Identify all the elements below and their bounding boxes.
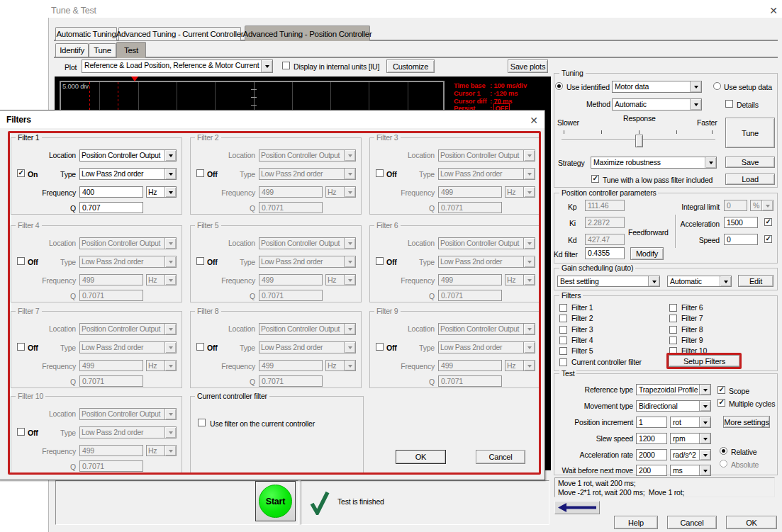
filter-checkbox-label: Filter 9 <box>681 336 703 344</box>
scope-axis-tick <box>251 105 257 106</box>
radio-dot <box>557 84 561 88</box>
wait-unit-select[interactable]: ms <box>670 465 711 476</box>
method-arrow-icon[interactable] <box>690 99 701 110</box>
speed-label: Speed <box>640 236 720 244</box>
kd-filter-field[interactable]: 0.4355 <box>585 247 625 259</box>
tuning-caption: Tuning <box>559 69 586 77</box>
display-iu-checkbox[interactable] <box>282 62 290 69</box>
move-log-line: Move 1 rot, wait 200 ms; <box>558 479 771 488</box>
start-button[interactable]: Start <box>255 481 296 521</box>
lowpass-checkbox[interactable]: ✓ <box>591 175 599 183</box>
movement-type-arrow-icon[interactable] <box>699 401 710 411</box>
slew-unit-arrow-icon[interactable] <box>699 434 710 443</box>
gain-auto-select[interactable]: Automatic <box>667 276 732 287</box>
acceleration-unit-select[interactable]: rad/s^2 <box>670 449 711 460</box>
log-scrollbar[interactable] <box>554 501 600 514</box>
filter-checkbox[interactable] <box>559 326 567 334</box>
scope-trigger-marker-icon[interactable] <box>131 77 138 81</box>
acceleration-unit-arrow-icon[interactable] <box>699 450 710 460</box>
response-slider-thumb[interactable] <box>635 135 643 147</box>
ok-button[interactable]: OK <box>726 516 777 529</box>
acceleration-checkbox[interactable]: ✓ <box>764 218 772 226</box>
gain-auto-value: Automatic <box>668 276 720 286</box>
scroll-left-arrow-icon[interactable] <box>555 502 599 514</box>
scope-checkbox[interactable]: ✓ <box>717 386 725 394</box>
movement-type-select[interactable]: Bidirectional <box>636 400 711 412</box>
tab-identify[interactable]: Identify <box>55 43 89 57</box>
integral-limit-label: Integral limit <box>640 203 720 211</box>
identified-source-arrow-icon[interactable] <box>690 81 701 92</box>
filter-checkbox[interactable] <box>559 304 567 312</box>
slew-speed-label: Slew speed <box>554 434 633 443</box>
slew-unit-select[interactable]: rpm <box>670 433 711 444</box>
main-window-close-icon[interactable]: ✕ <box>768 6 779 16</box>
relative-radio[interactable] <box>720 447 727 455</box>
details-checkbox[interactable] <box>725 100 733 108</box>
gain-auto-arrow-icon[interactable] <box>720 276 731 286</box>
tab-advanced-tuning-current[interactable]: Advanced Tuning - Current Controller <box>118 27 241 40</box>
edit-button[interactable]: Edit <box>738 275 773 287</box>
position-unit-arrow-icon[interactable] <box>699 417 710 427</box>
modify-button[interactable]: Modify <box>630 247 664 260</box>
plot-select-arrow-icon[interactable] <box>261 60 272 72</box>
filter-checkbox[interactable] <box>669 315 677 322</box>
save-button[interactable]: Save <box>725 157 775 168</box>
readout-value: 100 ms/div <box>493 81 527 89</box>
tab-automatic-tuning[interactable]: Automatic Tuning <box>55 27 117 40</box>
position-unit-select[interactable]: rot <box>670 417 711 428</box>
multiple-cycles-checkbox[interactable]: ✓ <box>717 399 725 407</box>
acceleration-field[interactable]: 1500 <box>724 217 758 228</box>
wait-field[interactable]: 200 <box>636 465 667 476</box>
reference-type-arrow-icon[interactable] <box>699 385 710 395</box>
filter-checkbox[interactable] <box>669 304 677 312</box>
filter-checkbox[interactable] <box>559 315 567 322</box>
tab-test[interactable]: Test <box>116 42 146 58</box>
strategy-arrow-icon[interactable] <box>705 157 716 168</box>
wait-unit-arrow-icon[interactable] <box>699 465 710 475</box>
filter-checkbox[interactable] <box>559 358 567 366</box>
wait-label: Wait before next move <box>554 466 633 475</box>
load-button[interactable]: Load <box>725 174 775 185</box>
radio-dot <box>722 449 725 453</box>
customize-button[interactable]: Customize <box>386 60 435 73</box>
help-button[interactable]: Help <box>614 516 658 529</box>
slew-speed-field[interactable]: 1200 <box>636 433 667 444</box>
dropdown-arrow-glyph <box>703 421 708 426</box>
tab-tune[interactable]: Tune <box>89 43 116 57</box>
tune-button[interactable]: Tune <box>725 118 775 148</box>
dropdown-arrow-glyph <box>703 405 708 410</box>
scope-readout: Time base: 100 ms/divCursor 1: -120 msCu… <box>454 82 527 113</box>
dropdown-arrow-glyph <box>766 205 770 210</box>
use-identified-radio[interactable] <box>555 82 563 90</box>
use-setup-data-radio[interactable] <box>713 82 721 90</box>
scope-checkbox-label: Scope <box>729 387 749 395</box>
tab-advanced-tuning-position[interactable]: Advanced Tuning - Position Controller <box>245 26 370 41</box>
filters-dialog-close-icon[interactable]: ✕ <box>528 115 540 125</box>
wait-unit-value: ms <box>671 465 699 475</box>
acceleration-rate-field[interactable]: 2000 <box>636 449 667 460</box>
strategy-select[interactable]: Maximize robustness <box>591 157 717 169</box>
check-icon: ✓ <box>766 217 771 225</box>
filter-checkbox[interactable] <box>559 336 567 344</box>
method-select[interactable]: Automatic <box>612 98 702 111</box>
more-settings-button[interactable]: More settings <box>723 416 770 428</box>
plot-select[interactable]: Reference & Load Position, Reference & M… <box>82 60 273 73</box>
reference-type-value: Trapezoidal Profile <box>637 385 699 395</box>
cancel-button[interactable]: Cancel <box>667 516 717 529</box>
dropdown-arrow-glyph <box>694 86 698 91</box>
dropdown-arrow-glyph <box>703 389 708 394</box>
save-plots-button[interactable]: Save plots <box>508 60 548 73</box>
gain-mode-select[interactable]: Best settling <box>557 276 660 287</box>
filter-checkbox[interactable] <box>559 347 567 355</box>
filter-checkbox[interactable] <box>669 336 677 344</box>
identified-source-select[interactable]: Motor data <box>612 81 702 93</box>
reference-type-select[interactable]: Trapezoidal Profile <box>636 384 711 395</box>
gain-mode-arrow-icon[interactable] <box>648 276 659 286</box>
position-increment-field[interactable]: 1 <box>636 417 667 428</box>
filter-checkbox-label: Filter 8 <box>681 326 703 334</box>
speed-checkbox[interactable]: ✓ <box>764 235 772 243</box>
position-unit-value: rot <box>671 417 699 427</box>
speed-field[interactable]: 0 <box>724 234 758 245</box>
filter-checkbox[interactable] <box>669 326 677 334</box>
test-caption: Test <box>559 369 576 378</box>
